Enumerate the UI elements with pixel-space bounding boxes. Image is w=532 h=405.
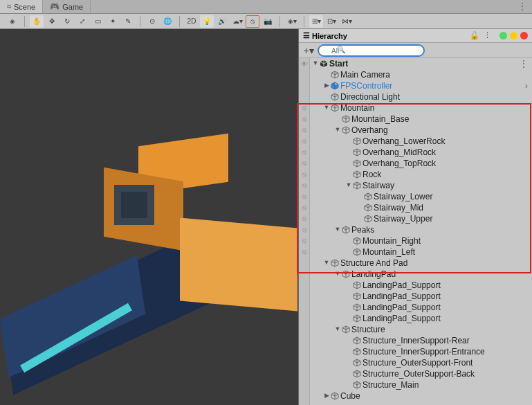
scene-context-menu[interactable]: ⋮ [520,59,528,69]
hierarchy-item-mountain-base[interactable]: ⦸Mountain_Base [299,114,532,125]
hierarchy-item-structure-main[interactable]: Structure_Main [299,379,532,390]
foldout-icon[interactable]: ▼ [345,181,353,188]
visibility-toggle-icon[interactable]: ⦸ [300,237,309,245]
hierarchy-item-mountain[interactable]: ⦸▼Mountain [299,102,532,114]
rect-tool-button[interactable]: ▭ [91,15,104,28]
scene-root-row[interactable]: 👁 ▼ Start ⋮ [299,58,532,69]
hierarchy-item-stairway-lower[interactable]: ⦸Stairway_Lower [299,191,532,202]
visibility-toggle-icon[interactable]: ⦸ [300,115,309,123]
hierarchy-item-structure-outer-front[interactable]: Structure_OuterSupport-Front [299,357,532,368]
hierarchy-item-overhang-mid[interactable]: ⦸Overhang_MidRock [299,147,532,158]
scale-tool-button[interactable]: ⤢ [75,15,89,28]
gameobject-icon [342,115,350,123]
unity-scene-icon [320,60,328,68]
hierarchy-item-overhang-lower[interactable]: ⦸Overhang_LowerRock [299,136,532,147]
visibility-toggle-icon[interactable]: ⦸ [300,126,309,134]
visibility-toggle-icon[interactable]: ⦸ [300,148,309,156]
visibility-toggle-icon[interactable]: ⦸ [300,192,309,201]
rotate-tool-button[interactable]: ↻ [60,15,74,28]
hierarchy-item-landingpad[interactable]: ▼LandingPad [299,269,532,280]
hierarchy-item-structure-and-pad[interactable]: ▼Structure And Pad [299,258,532,269]
lock-icon[interactable]: 🔓 [470,31,479,40]
hierarchy-item-peaks[interactable]: ⦸▼Peaks [299,224,532,235]
hierarchy-item-structure-inner-entrance[interactable]: Structure_InnerSupport-Entrance [299,346,532,357]
foldout-icon[interactable]: ▼ [333,270,342,277]
hierarchy-item-stairway[interactable]: ⦸▼Stairway [299,180,532,191]
hierarchy-item-landingpad-support[interactable]: LandingPad_Support [299,302,532,313]
hierarchy-item-mountain-right[interactable]: ⦸Mountain_Right [299,235,532,246]
gameobject-icon [342,270,350,278]
visibility-toggle-icon[interactable]: ⦸ [300,181,309,190]
tab-scene[interactable]: ⌗Scene [0,0,43,13]
hierarchy-item-mountain-left[interactable]: ⦸Mountain_Left [299,246,532,258]
foldout-icon[interactable]: ▼ [333,325,342,332]
foldout-icon[interactable]: ▼ [333,126,342,133]
audio-toggle-button[interactable]: 🔊 [215,15,229,28]
lighting-toggle-button[interactable]: 💡 [200,15,214,28]
visibility-toggle-icon[interactable]: 👁 [300,60,309,68]
snap-dropdown-button[interactable]: ⊡▾ [324,15,338,28]
visibility-toggle-icon[interactable]: ⦸ [300,248,309,256]
tab-game[interactable]: 🎮Game [43,0,91,13]
gameobject-icon [353,181,361,190]
gameobject-icon [364,204,372,212]
search-icon: 🔍 [337,46,345,53]
foldout-icon[interactable]: ▶ [322,392,331,399]
hierarchy-item-structure-outer-back[interactable]: Structurre_OuterSupport-Back [299,368,532,379]
transform-tool-button[interactable]: ✦ [106,15,120,28]
scene-viewport[interactable] [0,29,297,405]
visibility-toggle-icon[interactable]: ⦸ [300,104,309,112]
hidden-objects-toggle-button[interactable]: ⦸ [246,15,259,28]
hierarchy-item-stairway-mid[interactable]: ⦸Stairway_Mid [299,202,532,213]
window-minimize-button[interactable] [499,32,507,39]
hierarchy-item-stairway-upper[interactable]: ⦸Stairway_Upper [299,213,532,224]
global-toggle-button[interactable]: 🌐 [160,15,174,28]
hand-tool-button[interactable]: ✋ [30,15,44,28]
visibility-toggle-icon[interactable]: ⦸ [300,137,309,145]
gameobject-icon [331,104,339,112]
pivot-toggle-button[interactable]: ⊙ [145,15,159,28]
hierarchy-item-landingpad-support[interactable]: LandingPad_Support [299,313,532,324]
gizmos-dropdown-button[interactable]: ◈▾ [285,15,299,28]
hierarchy-item-overhang-top[interactable]: ⦸Overhang_TopRock [299,158,532,169]
foldout-icon[interactable]: ▼ [322,259,331,266]
prefab-open-icon[interactable]: › [525,81,528,91]
hierarchy-item-rock[interactable]: ⦸Rock [299,169,532,180]
visibility-toggle-icon[interactable]: ⦸ [300,204,309,212]
hierarchy-tree[interactable]: 👁 ▼ Start ⋮ Main Camera ▶FPSController› … [299,58,532,405]
foldout-icon[interactable]: ▼ [322,104,331,111]
visibility-toggle-icon[interactable]: ⦸ [300,226,309,234]
tab-options[interactable]: ⋮ [513,0,532,13]
create-dropdown-button[interactable]: +▾ [302,45,315,56]
mode-2d-button[interactable]: 2D [185,15,199,28]
hierarchy-item-fps-controller[interactable]: ▶FPSController› [299,80,532,91]
window-maximize-button[interactable] [510,32,517,39]
gameobject-icon [353,281,361,289]
visibility-toggle-icon[interactable]: ⦸ [300,215,309,223]
panel-options[interactable]: ⋮ [484,31,491,40]
move-tool-button[interactable]: ✥ [45,15,59,28]
custom-tool-button[interactable]: ✎ [121,15,135,28]
hierarchy-item-landingpad-support[interactable]: LandingPad_Support [299,280,532,291]
hierarchy-item-overhang[interactable]: ⦸▼Overhang [299,125,532,136]
hierarchy-item-structure-inner-rear[interactable]: Structure_InnerSupport-Rear [299,335,532,346]
hierarchy-search-input[interactable] [318,44,425,57]
hierarchy-item-landingpad-support[interactable]: LandingPad_Support [299,291,532,302]
window-close-button[interactable] [520,32,528,39]
visibility-toggle-icon[interactable]: ⦸ [300,170,309,179]
foldout-icon[interactable]: ▶ [322,82,331,89]
foldout-icon[interactable]: ▼ [311,60,320,66]
fx-toggle-button[interactable]: ☁︎▾ [230,15,244,28]
hierarchy-item-cube[interactable]: ▶Cube [299,390,532,402]
hierarchy-item-main-camera[interactable]: Main Camera [299,69,532,80]
gameobject-icon [353,348,361,356]
foldout-icon[interactable]: ▼ [333,226,342,233]
hierarchy-item-directional-light[interactable]: Directional Light [299,91,532,102]
camera-toggle-button[interactable]: 📷 [261,15,275,28]
view-tool-button[interactable]: ◈ [6,15,19,28]
hierarchy-item-structure[interactable]: ▼Structure [299,324,532,335]
hierarchy-panel: ☰Hierarchy 🔓 ⋮ +▾ 🔍 👁 ▼ Start ⋮ [298,29,532,405]
snap-increment-button[interactable]: ⋈▾ [340,15,354,28]
visibility-toggle-icon[interactable]: ⦸ [300,159,309,168]
grid-dropdown-button[interactable]: ⊞▾ [309,15,323,28]
